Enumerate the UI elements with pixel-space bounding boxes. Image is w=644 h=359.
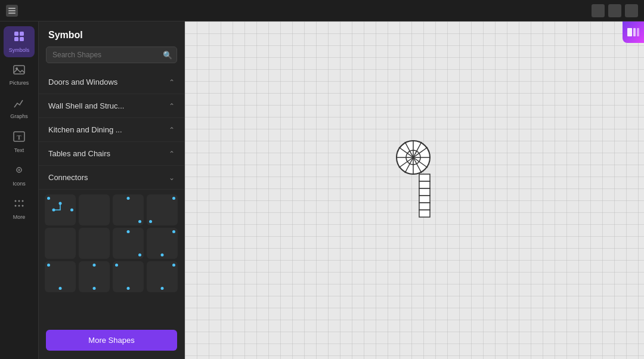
svg-rect-41	[627, 28, 632, 36]
svg-point-17	[18, 205, 20, 207]
sidebar-item-text[interactable]: T Text	[4, 126, 35, 157]
top-bar-left-icons	[6, 5, 18, 17]
symbols-icon	[13, 30, 25, 45]
svg-rect-39	[419, 203, 430, 210]
svg-point-13	[15, 200, 17, 202]
svg-point-14	[18, 200, 20, 202]
chevron-tables-icon: ⌃	[169, 150, 175, 158]
connector-item-6[interactable]	[79, 228, 110, 259]
category-doors-windows[interactable]: Doors and Windows ⌃	[39, 70, 184, 94]
svg-rect-35	[419, 174, 430, 181]
maximize-icon[interactable]	[608, 4, 621, 17]
chevron-wall-icon: ⌃	[169, 102, 175, 110]
svg-point-12	[18, 169, 20, 171]
search-bar: 🔍	[46, 47, 177, 63]
search-input[interactable]	[46, 47, 177, 63]
text-label: Text	[14, 147, 24, 153]
sidebar-item-graphs[interactable]: Graphs	[4, 93, 35, 124]
connectors-grid	[39, 190, 184, 297]
connectors-section: Connectors ⌄	[39, 166, 184, 297]
category-tables-label: Tables and Chairs	[48, 149, 110, 158]
pictures-label: Pictures	[10, 80, 29, 86]
category-tables[interactable]: Tables and Chairs ⌃	[39, 142, 184, 166]
more-icon	[13, 197, 25, 212]
more-label: More	[13, 214, 26, 220]
category-wall-shell-label: Wall Shell and Struc...	[48, 101, 124, 110]
svg-text:T: T	[17, 134, 21, 141]
categories-list: Doors and Windows ⌃ Wall Shell and Struc…	[39, 70, 184, 324]
more-shapes-button[interactable]: More Shapes	[46, 330, 177, 351]
svg-rect-7	[14, 66, 24, 74]
panel-title: Symbol	[39, 21, 184, 47]
category-kitchen-label: Kitchen and Dining ...	[48, 125, 122, 134]
top-right-icon[interactable]	[623, 21, 644, 43]
connector-item-2[interactable]	[79, 194, 110, 225]
svg-rect-6	[20, 37, 24, 41]
svg-rect-2	[8, 13, 16, 14]
svg-rect-38	[419, 196, 430, 203]
category-wall-shell[interactable]: Wall Shell and Struc... ⌃	[39, 94, 184, 118]
sidebar-item-icons[interactable]: Icons	[4, 160, 35, 191]
category-kitchen[interactable]: Kitchen and Dining ... ⌃	[39, 118, 184, 142]
text-icon: T	[13, 131, 25, 146]
top-bar	[0, 0, 644, 21]
connector-item-4[interactable]	[147, 194, 178, 225]
svg-rect-0	[8, 8, 16, 9]
canvas-area[interactable]	[185, 21, 644, 359]
svg-point-15	[22, 200, 24, 202]
pictures-icon	[13, 64, 25, 78]
search-icon: 🔍	[163, 51, 172, 60]
symbols-label: Symbols	[9, 47, 30, 53]
menu-icon[interactable]	[6, 5, 18, 17]
svg-rect-3	[14, 32, 18, 36]
connector-item-1[interactable]	[45, 194, 76, 225]
chevron-doors-icon: ⌃	[169, 78, 175, 86]
svg-rect-40	[419, 210, 430, 217]
connector-item-3[interactable]	[113, 194, 144, 225]
svg-rect-36	[419, 181, 430, 188]
symbol-panel: Symbol 🔍 Doors and Windows ⌃ Wall Shell …	[39, 21, 185, 359]
category-doors-windows-label: Doors and Windows	[48, 78, 117, 86]
sidebar-item-symbols[interactable]: Symbols	[4, 26, 35, 57]
chevron-connectors-icon: ⌄	[169, 174, 175, 182]
svg-rect-5	[14, 37, 18, 41]
svg-rect-42	[633, 28, 636, 36]
chevron-kitchen-icon: ⌃	[169, 126, 175, 134]
graphs-label: Graphs	[10, 113, 28, 119]
graphs-icon	[13, 98, 25, 112]
stair-shape	[385, 125, 444, 222]
connector-item-11[interactable]	[113, 261, 144, 292]
top-bar-right-icons	[592, 4, 638, 17]
svg-rect-43	[637, 28, 639, 36]
connector-item-12[interactable]	[147, 261, 178, 292]
svg-rect-4	[20, 32, 24, 36]
svg-rect-1	[8, 10, 16, 11]
panel-bottom: More Shapes	[39, 324, 184, 359]
svg-point-20	[59, 202, 62, 205]
icons-label: Icons	[13, 181, 26, 187]
svg-point-19	[52, 209, 55, 212]
connector-item-7[interactable]	[113, 228, 144, 259]
category-connectors[interactable]: Connectors ⌄	[39, 166, 184, 190]
close-icon[interactable]	[625, 4, 638, 17]
connector-item-9[interactable]	[45, 261, 76, 292]
sidebar-item-pictures[interactable]: Pictures	[4, 60, 35, 91]
svg-rect-37	[419, 188, 430, 196]
connector-item-8[interactable]	[147, 228, 178, 259]
minimize-icon[interactable]	[592, 4, 605, 17]
sidebar-item-more[interactable]: More	[4, 193, 35, 224]
category-connectors-label: Connectors	[48, 173, 88, 182]
icons-icon	[13, 164, 25, 179]
left-nav: Symbols Pictures Graphs T Text Icons	[0, 21, 39, 359]
main-content: Symbols Pictures Graphs T Text Icons	[0, 21, 644, 359]
connector-item-5[interactable]	[45, 228, 76, 259]
svg-point-18	[22, 205, 24, 207]
svg-point-16	[15, 205, 17, 207]
connector-item-10[interactable]	[79, 261, 110, 292]
